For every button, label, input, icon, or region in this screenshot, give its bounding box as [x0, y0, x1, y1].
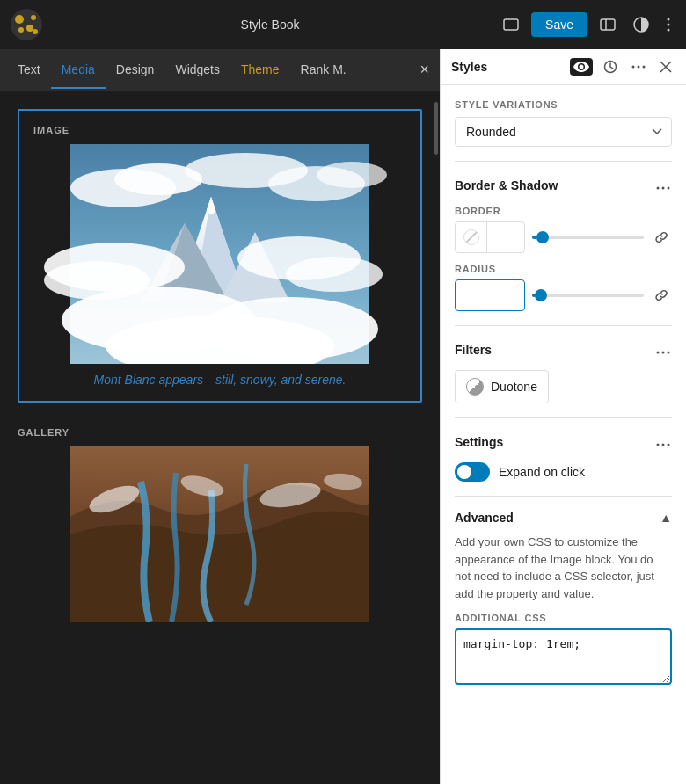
style-variations-section: STYLE VARIATIONS Rounded	[455, 99, 672, 147]
border-shadow-section: Border & Shadow BORDER px	[455, 176, 672, 311]
tab-design[interactable]: Design	[106, 52, 165, 89]
advanced-description: Add your own CSS to customize the appear…	[455, 534, 672, 602]
border-shadow-menu-btn[interactable]	[654, 176, 672, 195]
svg-point-0	[11, 9, 42, 40]
svg-point-50	[662, 444, 665, 446]
expand-on-click-label: Expand on click	[499, 465, 585, 479]
border-shadow-header[interactable]: Border & Shadow	[455, 176, 672, 195]
topbar-actions: Save	[498, 11, 675, 38]
filters-header[interactable]: Filters	[455, 340, 672, 359]
divider-1	[455, 161, 672, 162]
radius-input-wrapper[interactable]: px	[455, 279, 525, 311]
border-color-circle	[463, 229, 479, 245]
left-content: IMAGE	[0, 91, 440, 784]
additional-css-label: ADDITIONAL CSS	[455, 613, 672, 623]
radius-slider-thumb[interactable]	[535, 289, 547, 301]
settings-section: Settings Expand on click	[455, 432, 672, 482]
svg-point-2	[31, 15, 36, 20]
toggle-knob	[457, 465, 471, 479]
border-color-btn[interactable]	[456, 221, 487, 253]
tab-widgets[interactable]: Widgets	[164, 52, 230, 89]
border-shadow-title: Border & Shadow	[455, 178, 558, 192]
tab-text[interactable]: Text	[7, 52, 51, 89]
radius-value-input[interactable]	[456, 289, 525, 302]
app-logo[interactable]	[11, 9, 42, 40]
more-settings-btn[interactable]	[628, 62, 649, 72]
divider-3	[455, 417, 672, 418]
topbar: Style Book Save	[0, 0, 686, 49]
border-link-btn[interactable]	[651, 227, 672, 248]
expand-on-click-toggle[interactable]	[455, 462, 490, 482]
border-field-label: BORDER	[455, 206, 672, 216]
duotone-icon	[466, 378, 484, 396]
additional-css-textarea[interactable]	[455, 628, 672, 685]
styles-eye-btn[interactable]	[570, 58, 593, 76]
tab-rank-m[interactable]: Rank M.	[290, 52, 357, 89]
style-variations-label: STYLE VARIATIONS	[455, 99, 672, 110]
filters-section: Filters Duotone	[455, 340, 672, 403]
svg-point-39	[638, 66, 640, 69]
advanced-header[interactable]: Advanced ▲	[455, 511, 672, 525]
border-no-color-slash	[463, 230, 478, 245]
close-panel-btn[interactable]	[656, 57, 675, 76]
svg-point-45	[668, 187, 670, 190]
divider-4	[455, 496, 672, 497]
border-slider-track	[532, 236, 644, 239]
svg-point-10	[667, 18, 669, 21]
settings-header[interactable]: Settings	[455, 432, 672, 452]
image-block[interactable]: IMAGE	[18, 109, 422, 403]
save-button[interactable]: Save	[531, 12, 587, 37]
svg-point-38	[632, 66, 635, 69]
svg-point-51	[668, 444, 670, 446]
style-variations-select[interactable]: Rounded	[455, 117, 672, 147]
svg-point-3	[26, 25, 33, 32]
tab-media[interactable]: Media	[51, 52, 106, 89]
tabs-close-btn[interactable]: ×	[416, 57, 433, 83]
filters-menu-btn[interactable]	[654, 340, 672, 359]
svg-point-1	[15, 15, 24, 24]
svg-point-49	[657, 444, 660, 446]
tab-theme[interactable]: Theme	[230, 52, 290, 89]
svg-point-40	[643, 66, 646, 69]
svg-rect-7	[601, 19, 615, 30]
sidebar-toggle-btn[interactable]	[595, 13, 621, 36]
main-layout: Text Media Design Widgets Theme Rank M. …	[0, 49, 686, 784]
radius-link-btn[interactable]	[651, 285, 672, 306]
gallery-block[interactable]: GALLERY	[18, 424, 422, 626]
gallery-block-label: GALLERY	[18, 427, 422, 438]
border-slider-thumb[interactable]	[536, 231, 549, 243]
filters-title: Filters	[455, 343, 492, 357]
advanced-title: Advanced	[455, 511, 514, 525]
settings-title: Settings	[455, 435, 503, 449]
gallery-block-section: GALLERY	[18, 424, 422, 626]
image-block-section: IMAGE	[18, 109, 422, 403]
radius-field-label: RADIUS	[455, 264, 672, 274]
border-slider[interactable]	[532, 236, 644, 239]
scroll-indicator	[434, 102, 438, 155]
duotone-label: Duotone	[491, 380, 537, 394]
left-panel: Text Media Design Widgets Theme Rank M. …	[0, 49, 440, 784]
radius-field-row: px	[455, 279, 672, 311]
radius-slider[interactable]	[532, 294, 644, 297]
svg-point-18	[317, 162, 387, 188]
svg-rect-6	[504, 19, 518, 30]
contrast-toggle-btn[interactable]	[628, 11, 654, 38]
border-color-input[interactable]: px	[455, 221, 525, 253]
image-placeholder	[33, 144, 406, 364]
svg-point-43	[657, 187, 660, 190]
right-panel: Styles STYLE VARIATIONS Rounded	[440, 49, 686, 784]
svg-point-47	[662, 352, 665, 354]
duotone-btn[interactable]: Duotone	[455, 370, 549, 403]
svg-point-5	[33, 29, 38, 34]
more-options-btn[interactable]	[661, 12, 675, 37]
history-btn[interactable]	[600, 56, 621, 77]
svg-point-48	[668, 352, 670, 354]
view-icon-btn[interactable]	[498, 13, 524, 36]
border-value-input[interactable]	[487, 231, 525, 244]
svg-point-28	[286, 257, 383, 292]
border-field-row: px	[455, 221, 672, 253]
expand-on-click-row: Expand on click	[455, 462, 672, 482]
svg-point-12	[667, 29, 669, 32]
svg-point-44	[662, 187, 665, 190]
settings-menu-btn[interactable]	[654, 432, 672, 452]
